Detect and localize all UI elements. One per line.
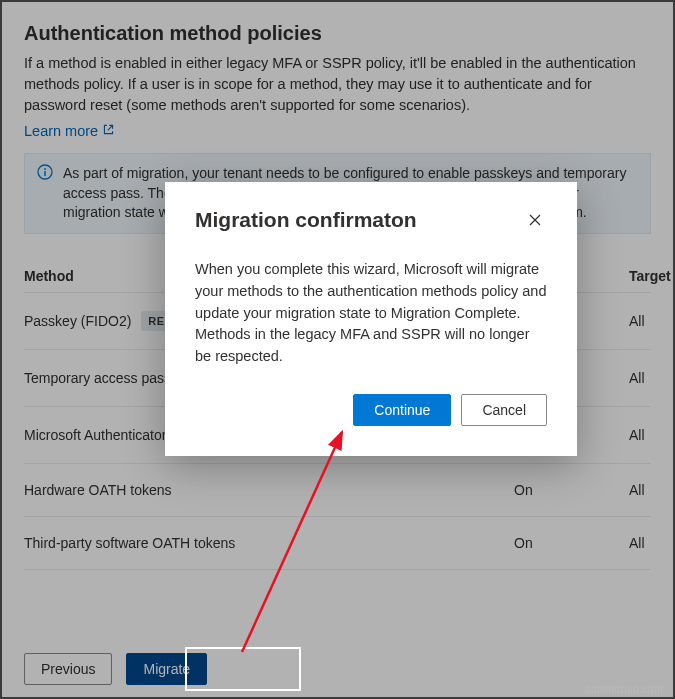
migration-confirmation-dialog: Migration confirmaton When you complete … — [165, 182, 577, 456]
dialog-actions: Continue Cancel — [195, 394, 547, 426]
svg-point-1 — [44, 168, 46, 170]
wizard-footer: Previous Migrate — [24, 653, 207, 685]
continue-button[interactable]: Continue — [353, 394, 451, 426]
method-name: Temporary access pass — [24, 370, 171, 386]
close-icon — [527, 216, 543, 231]
info-icon — [37, 164, 53, 223]
method-name: Passkey (FIDO2) — [24, 313, 131, 329]
migrate-button[interactable]: Migrate — [126, 653, 207, 685]
external-link-icon — [102, 123, 115, 139]
cancel-button[interactable]: Cancel — [461, 394, 547, 426]
learn-more-link[interactable]: Learn more — [24, 123, 115, 139]
previous-button[interactable]: Previous — [24, 653, 112, 685]
method-state: On — [514, 482, 629, 498]
method-target: All — [629, 535, 669, 551]
method-target: All — [629, 427, 669, 443]
method-target: All — [629, 313, 669, 329]
dialog-title: Migration confirmaton — [195, 208, 417, 232]
page-description: If a method is enabled in either legacy … — [24, 53, 651, 116]
page-title: Authentication method policies — [24, 22, 651, 45]
svg-rect-2 — [44, 171, 45, 176]
watermark: admindroid.com — [585, 684, 663, 695]
method-state: On — [514, 535, 629, 551]
method-target: All — [629, 370, 669, 386]
dialog-body: When you complete this wizard, Microsoft… — [195, 259, 547, 368]
header-target: Target — [629, 268, 671, 284]
learn-more-label: Learn more — [24, 123, 98, 139]
method-name: Hardware OATH tokens — [24, 482, 172, 498]
method-target: All — [629, 482, 669, 498]
table-row[interactable]: Hardware OATH tokens On All — [24, 464, 651, 517]
close-button[interactable] — [523, 208, 547, 235]
method-name: Third-party software OATH tokens — [24, 535, 235, 551]
table-row[interactable]: Third-party software OATH tokens On All — [24, 517, 651, 570]
